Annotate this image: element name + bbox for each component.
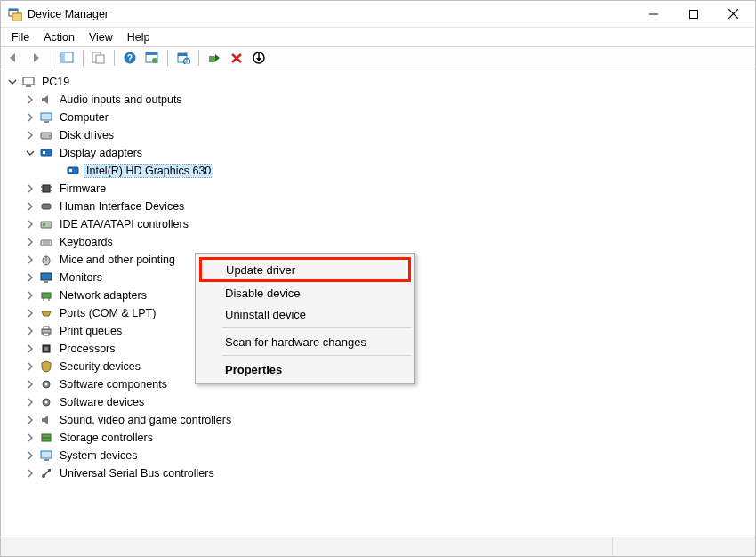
chevron-right-icon[interactable]: [24, 414, 36, 426]
tree-item-usb[interactable]: Universal Serial Bus controllers: [3, 464, 753, 482]
disable-device-button[interactable]: [249, 48, 269, 68]
device-tree[interactable]: PC19 Audio inputs and outputs Computer D…: [1, 69, 755, 537]
back-button[interactable]: [4, 48, 24, 68]
minimize-button[interactable]: [633, 1, 673, 27]
tree-item-label: Computer: [57, 110, 111, 125]
action-properties-button[interactable]: [142, 48, 162, 68]
context-separator: [222, 355, 412, 356]
svg-rect-31: [43, 151, 45, 154]
speaker-icon: [38, 93, 54, 107]
tree-item-intel-graphics[interactable]: Intel(R) HD Graphics 630: [3, 162, 753, 180]
tree-item-swdev[interactable]: Software devices: [3, 393, 753, 411]
tree-item-label: Disk drives: [57, 128, 117, 142]
tree-item-sound[interactable]: Sound, video and game controllers: [3, 411, 753, 429]
help-button[interactable]: ?: [120, 48, 140, 68]
context-properties[interactable]: Properties: [198, 359, 412, 380]
disk-icon: [38, 128, 54, 142]
chevron-right-icon[interactable]: [24, 325, 36, 337]
chevron-right-icon[interactable]: [24, 182, 36, 195]
properties-sheet-button[interactable]: [89, 48, 109, 68]
toolbar-separator: [114, 50, 115, 66]
tree-item-label: Security devices: [57, 359, 143, 374]
svg-rect-63: [41, 451, 52, 458]
speaker-icon: [38, 413, 54, 427]
chevron-right-icon[interactable]: [24, 271, 36, 284]
tree-root-label: PC19: [39, 75, 72, 89]
svg-rect-33: [69, 169, 72, 172]
uninstall-device-button[interactable]: [227, 48, 246, 68]
tree-item-display[interactable]: Display adapters: [3, 144, 753, 162]
tree-item-firmware[interactable]: Firmware: [3, 180, 753, 198]
context-disable-device[interactable]: Disable device: [198, 282, 412, 303]
chevron-right-icon[interactable]: [24, 396, 36, 408]
tree-item-label: Storage controllers: [57, 431, 156, 445]
svg-rect-53: [44, 327, 49, 329]
menu-view[interactable]: View: [82, 29, 120, 45]
toolbar: ?: [1, 47, 755, 69]
chevron-right-icon[interactable]: [24, 307, 36, 319]
maximize-button[interactable]: [673, 1, 713, 27]
usb-icon: [38, 466, 54, 480]
toolbar-separator: [83, 50, 84, 66]
chevron-right-icon[interactable]: [24, 236, 36, 248]
svg-rect-27: [44, 121, 49, 123]
tree-item-label: Universal Serial Bus controllers: [57, 466, 217, 480]
display-adapter-icon: [65, 164, 81, 178]
tree-item-disk[interactable]: Disk drives: [3, 126, 753, 144]
svg-point-58: [45, 383, 48, 386]
scan-hardware-button[interactable]: [173, 48, 193, 68]
context-scan-hardware[interactable]: Scan for hardware changes: [198, 331, 412, 352]
chevron-right-icon[interactable]: [24, 129, 36, 141]
svg-rect-17: [178, 53, 187, 56]
tree-item-keyboards[interactable]: Keyboards: [3, 233, 753, 251]
tree-item-system[interactable]: System devices: [3, 447, 753, 464]
computer-icon: [20, 75, 36, 89]
status-pane: [613, 537, 755, 556]
titlebar: Device Manager: [1, 1, 755, 28]
menu-file[interactable]: File: [4, 29, 36, 45]
menu-help[interactable]: Help: [120, 29, 157, 45]
forward-button[interactable]: [27, 48, 46, 68]
svg-rect-42: [41, 240, 52, 246]
chevron-right-icon[interactable]: [24, 218, 36, 230]
chevron-right-icon[interactable]: [24, 254, 36, 266]
tree-item-ide[interactable]: IDE ATA/ATAPI controllers: [3, 215, 753, 233]
tree-item-label: Mice and other pointing: [57, 253, 178, 267]
svg-rect-14: [146, 52, 157, 55]
chevron-right-icon[interactable]: [24, 449, 36, 462]
tree-item-label: Network adapters: [57, 288, 149, 303]
context-update-driver[interactable]: Update driver: [199, 257, 411, 282]
chevron-right-icon[interactable]: [24, 289, 36, 302]
chevron-right-icon[interactable]: [24, 343, 36, 355]
svg-rect-24: [23, 77, 34, 85]
svg-rect-8: [61, 52, 65, 62]
chevron-right-icon[interactable]: [24, 111, 36, 124]
chevron-right-icon[interactable]: [24, 467, 36, 480]
chevron-right-icon[interactable]: [24, 360, 36, 373]
menu-action[interactable]: Action: [36, 29, 82, 45]
chevron-down-icon[interactable]: [6, 76, 19, 88]
chevron-right-icon[interactable]: [24, 93, 36, 106]
tree-item-label: Human Interface Devices: [57, 199, 187, 214]
svg-rect-67: [48, 469, 51, 472]
toolbar-separator: [52, 50, 52, 66]
chevron-right-icon[interactable]: [24, 200, 36, 213]
tree-item-computer[interactable]: Computer: [3, 109, 753, 126]
update-driver-button[interactable]: [205, 48, 224, 68]
show-hide-console-tree-button[interactable]: [58, 48, 77, 68]
context-uninstall-device[interactable]: Uninstall device: [198, 303, 412, 325]
chevron-down-icon[interactable]: [24, 147, 36, 159]
chevron-right-icon[interactable]: [24, 432, 36, 444]
close-button[interactable]: [713, 1, 753, 27]
chevron-right-icon[interactable]: [24, 378, 36, 391]
tree-item-label: Intel(R) HD Graphics 630: [84, 164, 213, 178]
tree-item-label: Ports (COM & LPT): [57, 306, 158, 320]
tree-item-storage[interactable]: Storage controllers: [3, 429, 753, 447]
toolbar-separator: [198, 50, 199, 66]
tree-item-hid[interactable]: Human Interface Devices: [3, 198, 753, 215]
menubar: File Action View Help: [1, 28, 755, 47]
svg-rect-19: [209, 56, 215, 62]
tree-root-row[interactable]: PC19: [3, 73, 753, 91]
tree-item-audio[interactable]: Audio inputs and outputs: [3, 91, 753, 109]
tree-item-label: Audio inputs and outputs: [57, 93, 185, 107]
